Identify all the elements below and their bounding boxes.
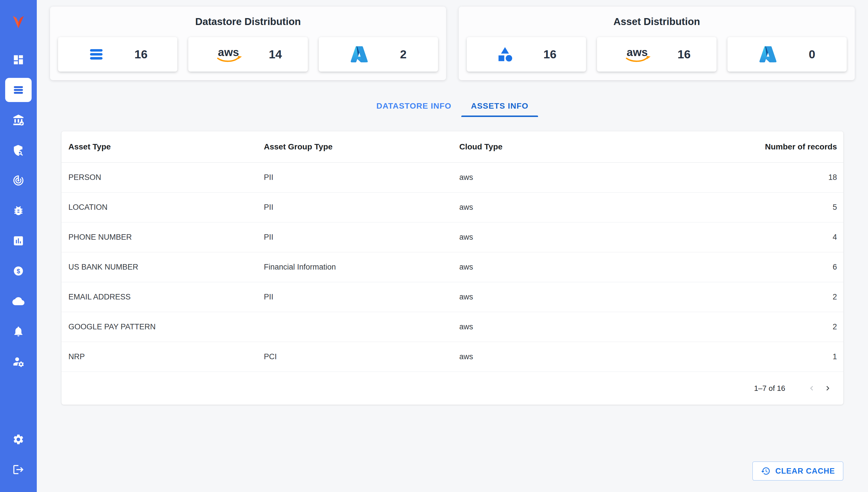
- cell-cloud-type: aws: [452, 252, 648, 282]
- tabs: DATASTORE INFO ASSETS INFO: [50, 94, 855, 117]
- svg-text:$: $: [17, 268, 20, 275]
- dashboard-icon: [13, 54, 24, 66]
- assets-table: Asset Type Asset Group Type Cloud Type N…: [61, 131, 843, 372]
- sidebar-item-logout[interactable]: [5, 458, 32, 482]
- asset-distribution-title: Asset Distribution: [467, 16, 847, 27]
- cell-asset-type: PHONE NUMBER: [61, 222, 257, 252]
- datastore-total-stat: 16: [58, 37, 177, 72]
- pagination: 1–7 of 16: [61, 372, 843, 404]
- datastore-distribution-card: Datastore Distribution 16: [50, 7, 446, 80]
- cell-asset-type: EMAIL ADDRESS: [61, 282, 257, 312]
- cell-number-of-records: 2: [648, 282, 843, 312]
- datastore-aws-stat: aws 14: [188, 37, 307, 72]
- cell-asset-type: LOCATION: [61, 193, 257, 222]
- sidebar-item-datastores[interactable]: [5, 78, 32, 102]
- cell-number-of-records: 18: [648, 163, 843, 193]
- table-row: PHONE NUMBER PII aws 4: [61, 222, 843, 252]
- sidebar-item-policy[interactable]: [5, 138, 32, 163]
- user-gear-icon: [13, 355, 24, 368]
- sidebar-item-governance[interactable]: [5, 108, 32, 132]
- asset-azure-stat: 0: [727, 37, 847, 72]
- bell-icon: [13, 325, 24, 337]
- pagination-range-label: 1–7 of 16: [754, 384, 785, 393]
- cell-cloud-type: aws: [452, 193, 648, 222]
- svg-text:aws: aws: [218, 46, 239, 58]
- next-page-button[interactable]: [820, 380, 836, 396]
- shield-search-icon: [13, 144, 24, 156]
- cell-cloud-type: aws: [452, 163, 648, 193]
- cell-number-of-records: 1: [648, 342, 843, 372]
- assets-table-card: Asset Type Asset Group Type Cloud Type N…: [61, 131, 843, 404]
- cell-number-of-records: 2: [648, 312, 843, 342]
- datastore-aws-value: 14: [269, 48, 282, 61]
- table-row: GOOGLE PAY PATTERN aws 2: [61, 312, 843, 342]
- asset-aws-value: 16: [677, 48, 691, 61]
- table-header-row: Asset Type Asset Group Type Cloud Type N…: [61, 131, 843, 163]
- table-row: LOCATION PII aws 5: [61, 193, 843, 222]
- asset-total-stat: 16: [467, 37, 586, 72]
- cell-asset-group-type: PII: [257, 282, 452, 312]
- table-row: EMAIL ADDRESS PII aws 2: [61, 282, 843, 312]
- previous-page-button[interactable]: [803, 380, 820, 396]
- cell-asset-group-type: [257, 312, 452, 342]
- asset-azure-value: 0: [809, 48, 815, 61]
- column-header-asset-type: Asset Type: [61, 131, 257, 163]
- column-header-cloud-type: Cloud Type: [452, 131, 648, 163]
- sidebar-item-reports[interactable]: [5, 229, 32, 253]
- sidebar-item-monitor[interactable]: [5, 168, 32, 193]
- sidebar-item-dashboard[interactable]: [5, 48, 32, 72]
- cell-cloud-type: aws: [452, 342, 648, 372]
- restore-icon: [761, 466, 771, 476]
- datastore-total-value: 16: [134, 48, 148, 61]
- cell-number-of-records: 6: [648, 252, 843, 282]
- sidebar-item-alerts[interactable]: [5, 319, 32, 343]
- cell-asset-type: US BANK NUMBER: [61, 252, 257, 282]
- sidebar-item-users[interactable]: [5, 349, 32, 374]
- cell-asset-type: PERSON: [61, 163, 257, 193]
- chevron-left-icon: [807, 384, 816, 393]
- gear-icon: [13, 434, 24, 445]
- table-row: US BANK NUMBER Financial Information aws…: [61, 252, 843, 282]
- main-content: Datastore Distribution 16: [37, 0, 868, 492]
- sidebar: $: [0, 0, 37, 492]
- azure-logo: [759, 45, 777, 64]
- tab-datastore-info[interactable]: DATASTORE INFO: [367, 94, 461, 117]
- logout-icon: [13, 464, 24, 476]
- cell-asset-group-type: PCI: [257, 342, 452, 372]
- cell-cloud-type: aws: [452, 222, 648, 252]
- bar-chart-icon: [13, 235, 24, 247]
- table-row: PERSON PII aws 18: [61, 163, 843, 193]
- tab-assets-info[interactable]: ASSETS INFO: [461, 94, 538, 117]
- cell-number-of-records: 4: [648, 222, 843, 252]
- clear-cache-button[interactable]: CLEAR CACHE: [752, 462, 843, 481]
- cell-number-of-records: 5: [648, 193, 843, 222]
- cell-asset-group-type: PII: [257, 163, 452, 193]
- radar-icon: [13, 174, 24, 187]
- table-row: NRP PCI aws 1: [61, 342, 843, 372]
- cell-asset-type: NRP: [61, 342, 257, 372]
- list-bars-icon: [13, 84, 24, 96]
- app-logo: [9, 13, 28, 32]
- sidebar-item-issues[interactable]: [5, 199, 32, 223]
- cell-cloud-type: aws: [452, 282, 648, 312]
- cell-cloud-type: aws: [452, 312, 648, 342]
- chevron-right-icon: [823, 384, 833, 393]
- column-header-asset-group-type: Asset Group Type: [257, 131, 452, 163]
- bug-icon: [13, 205, 24, 217]
- asset-total-value: 16: [543, 48, 556, 61]
- category-shapes-icon: [496, 46, 514, 63]
- sidebar-item-settings[interactable]: [5, 427, 32, 451]
- asset-aws-stat: aws 16: [597, 37, 716, 72]
- datastore-azure-value: 2: [400, 48, 407, 61]
- asset-distribution-card: Asset Distribution 16 aws: [459, 7, 855, 80]
- cloud-icon: [13, 295, 24, 307]
- sidebar-item-cost[interactable]: $: [5, 259, 32, 283]
- clear-cache-label: CLEAR CACHE: [775, 467, 835, 476]
- datastore-distribution-title: Datastore Distribution: [58, 16, 438, 27]
- cell-asset-type: GOOGLE PAY PATTERN: [61, 312, 257, 342]
- cell-asset-group-type: PII: [257, 222, 452, 252]
- svg-text:aws: aws: [627, 46, 648, 58]
- aws-logo: aws: [623, 45, 651, 63]
- aws-logo: aws: [214, 45, 243, 63]
- sidebar-item-cloud[interactable]: [5, 289, 32, 313]
